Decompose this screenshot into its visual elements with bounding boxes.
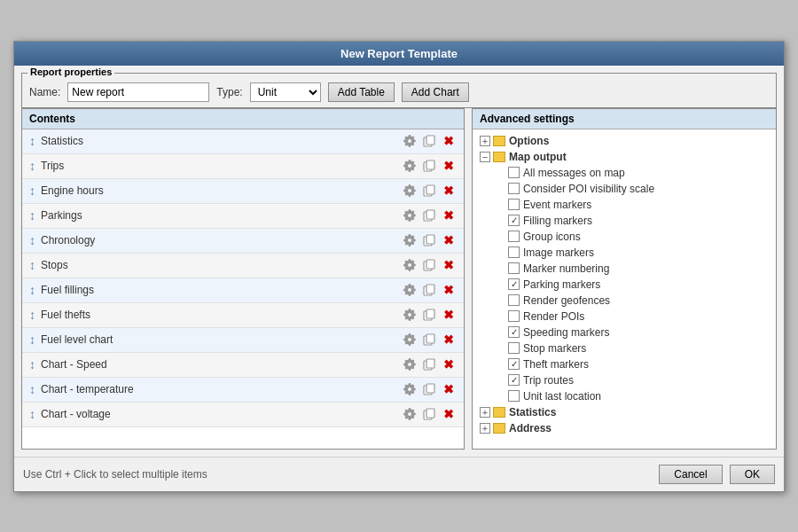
copy-icon[interactable] — [421, 208, 437, 223]
item-label: Trips — [41, 160, 402, 172]
settings-icon[interactable] — [402, 134, 418, 148]
copy-icon[interactable] — [421, 332, 437, 347]
copy-icon[interactable] — [421, 308, 437, 322]
svg-rect-9 — [426, 235, 434, 244]
copy-icon[interactable] — [421, 233, 437, 247]
delete-icon[interactable]: ✖ — [441, 258, 457, 272]
name-input[interactable] — [67, 82, 209, 102]
settings-icon[interactable] — [402, 159, 418, 173]
sort-arrows-icon[interactable]: ↕ — [29, 159, 35, 173]
settings-icon[interactable] — [402, 382, 418, 396]
sort-arrows-icon[interactable]: ↕ — [29, 283, 35, 297]
list-item: ↕ Fuel level chart ✖ — [22, 328, 464, 353]
checkbox-item: Render POIs — [476, 309, 772, 325]
checkbox[interactable]: ✓ — [508, 278, 520, 290]
item-action-icons: ✖ — [402, 382, 457, 396]
item-action-icons: ✖ — [402, 208, 457, 223]
checkbox[interactable] — [508, 310, 520, 322]
delete-icon[interactable]: ✖ — [441, 407, 457, 421]
settings-icon[interactable] — [402, 407, 418, 421]
checkbox[interactable]: ✓ — [508, 374, 520, 386]
checkbox[interactable] — [508, 246, 520, 258]
checkbox[interactable] — [508, 167, 520, 178]
delete-icon[interactable]: ✖ — [441, 159, 457, 173]
delete-icon[interactable]: ✖ — [441, 382, 457, 396]
sort-arrows-icon[interactable]: ↕ — [29, 308, 35, 322]
sort-arrows-icon[interactable]: ↕ — [29, 357, 35, 372]
copy-icon[interactable] — [421, 134, 437, 148]
delete-icon[interactable]: ✖ — [441, 283, 457, 297]
list-item: ↕ Chart - voltage ✖ — [22, 403, 464, 427]
item-action-icons: ✖ — [402, 357, 457, 372]
checkbox[interactable] — [508, 199, 520, 210]
settings-icon[interactable] — [402, 258, 418, 272]
delete-icon[interactable]: ✖ — [441, 233, 457, 247]
settings-icon[interactable] — [402, 208, 418, 223]
copy-icon[interactable] — [421, 407, 437, 421]
checkbox[interactable] — [508, 390, 520, 402]
sort-arrows-icon[interactable]: ↕ — [29, 233, 35, 247]
checkbox-label: Theft markers — [523, 358, 589, 371]
sort-arrows-icon[interactable]: ↕ — [29, 258, 35, 272]
list-item: ↕ Trips ✖ — [22, 154, 464, 179]
delete-icon[interactable]: ✖ — [441, 208, 457, 223]
settings-icon[interactable] — [402, 308, 418, 322]
copy-icon[interactable] — [421, 184, 437, 198]
sort-arrows-icon[interactable]: ↕ — [29, 332, 35, 347]
checkbox-label: Render POIs — [523, 310, 584, 323]
cancel-button[interactable]: Cancel — [659, 465, 722, 484]
list-item: ↕ Fuel thefts ✖ — [22, 303, 464, 328]
item-action-icons: ✖ — [402, 134, 457, 148]
sort-arrows-icon[interactable]: ↕ — [29, 407, 35, 421]
advanced-header: Advanced settings — [473, 109, 776, 129]
delete-icon[interactable]: ✖ — [441, 184, 457, 198]
settings-icon[interactable] — [402, 332, 418, 347]
delete-icon[interactable]: ✖ — [441, 308, 457, 322]
section-header-2[interactable]: +Statistics — [476, 404, 772, 420]
checkbox[interactable] — [508, 294, 520, 306]
list-item: ↕ Engine hours ✖ — [22, 179, 464, 204]
copy-icon[interactable] — [421, 357, 437, 372]
title-bar: New Report Template — [14, 42, 784, 66]
settings-icon[interactable] — [402, 283, 418, 297]
add-chart-button[interactable]: Add Chart — [402, 82, 469, 102]
add-table-button[interactable]: Add Table — [328, 82, 395, 102]
sort-arrows-icon[interactable]: ↕ — [29, 208, 35, 223]
sort-arrows-icon[interactable]: ↕ — [29, 134, 35, 148]
checkbox[interactable] — [508, 183, 520, 194]
section-header-3[interactable]: +Address — [476, 420, 772, 436]
checkbox[interactable]: ✓ — [508, 358, 520, 370]
expand-icon[interactable]: + — [480, 136, 490, 146]
settings-icon[interactable] — [402, 233, 418, 247]
checkbox-item: Group icons — [476, 229, 772, 245]
settings-icon[interactable] — [402, 184, 418, 198]
checkbox[interactable] — [508, 262, 520, 274]
checkbox-item: Marker numbering — [476, 261, 772, 277]
checkbox[interactable]: ✓ — [508, 326, 520, 338]
sort-arrows-icon[interactable]: ↕ — [29, 382, 35, 396]
section-header-0[interactable]: +Options — [476, 133, 772, 149]
section-label: Map output — [509, 151, 567, 163]
type-select[interactable]: Unit — [250, 82, 321, 102]
checkbox[interactable] — [508, 231, 520, 242]
collapse-icon[interactable]: − — [480, 152, 490, 162]
settings-icon[interactable] — [402, 357, 418, 372]
expand-icon[interactable]: + — [480, 423, 490, 434]
ok-button[interactable]: OK — [730, 465, 775, 484]
copy-icon[interactable] — [421, 258, 437, 272]
section-header-1[interactable]: −Map output — [476, 149, 772, 165]
delete-icon[interactable]: ✖ — [441, 357, 457, 372]
expand-icon[interactable]: + — [480, 407, 490, 418]
copy-icon[interactable] — [421, 159, 437, 173]
checkbox-item: Render geofences — [476, 293, 772, 309]
delete-icon[interactable]: ✖ — [441, 332, 457, 347]
delete-icon[interactable]: ✖ — [441, 134, 457, 148]
checkbox-item: Consider POI visibility scale — [476, 181, 772, 197]
checkbox[interactable]: ✓ — [508, 215, 520, 226]
sort-arrows-icon[interactable]: ↕ — [29, 184, 35, 198]
copy-icon[interactable] — [421, 283, 437, 297]
checkbox-label: Trip routes — [523, 374, 574, 387]
item-action-icons: ✖ — [402, 184, 457, 198]
copy-icon[interactable] — [421, 382, 437, 396]
checkbox[interactable] — [508, 342, 520, 354]
